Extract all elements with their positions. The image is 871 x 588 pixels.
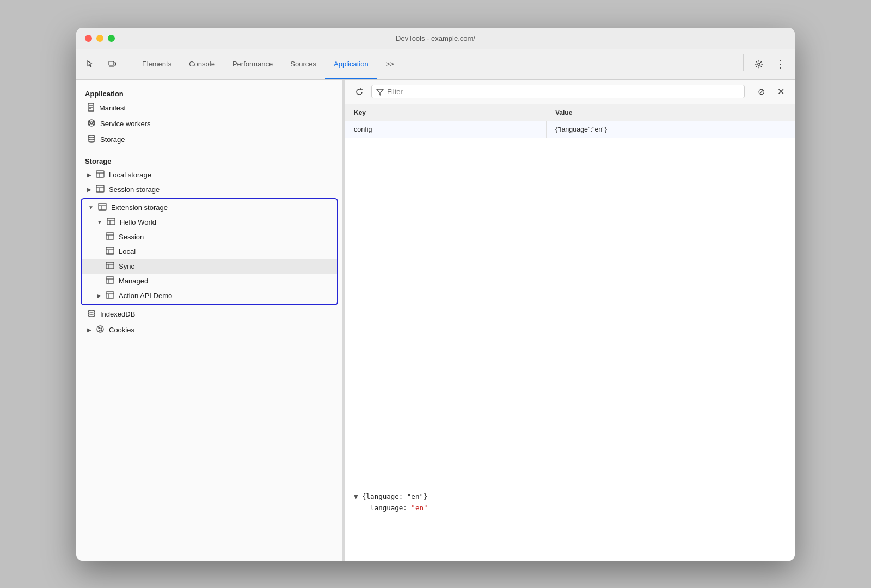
sidebar-item-sync[interactable]: Sync (82, 259, 337, 274)
cookies-icon (96, 325, 105, 335)
sidebar-item-managed[interactable]: Managed (82, 274, 337, 288)
tab-console[interactable]: Console (180, 49, 224, 79)
svg-rect-29 (106, 233, 114, 239)
devtools-window: DevTools - example.com/ Elements Consol (76, 28, 795, 561)
sidebar-item-session[interactable]: Session (82, 230, 337, 244)
sidebar-item-indexeddb[interactable]: IndexedDB (76, 306, 342, 322)
titlebar: DevTools - example.com/ (76, 28, 795, 49)
managed-icon (106, 276, 114, 286)
sidebar-item-session-label: Session (119, 233, 144, 241)
sidebar-item-sync-label: Sync (119, 262, 134, 270)
bottom-line-2: language: "en" (354, 502, 786, 513)
close-filter-button[interactable]: ✕ (773, 84, 788, 100)
sidebar-item-manifest-label: Manifest (99, 104, 126, 112)
cookies-arrow: ▶ (87, 327, 91, 333)
sidebar-item-service-workers[interactable]: Service workers (76, 116, 342, 132)
session-storage-icon (96, 185, 105, 194)
filter-icon (376, 88, 384, 96)
sidebar-item-action-api-demo[interactable]: ▶ Action API Demo (82, 288, 337, 303)
local-storage-arrow: ▶ (87, 172, 91, 178)
svg-point-9 (90, 122, 93, 124)
sidebar-section-storage: Storage (76, 154, 342, 168)
maximize-button[interactable] (108, 35, 115, 42)
svg-point-16 (88, 135, 95, 138)
menu-button[interactable]: ⋮ (771, 54, 790, 74)
svg-point-47 (101, 328, 102, 329)
settings-button[interactable] (749, 54, 769, 74)
sidebar-item-cookies[interactable]: ▶ Cookies (76, 322, 342, 338)
local-icon (106, 247, 114, 256)
hello-world-arrow: ▼ (97, 219, 102, 225)
sidebar-item-ls-label: Local storage (109, 171, 151, 179)
svg-rect-41 (106, 292, 114, 298)
table-header: Key Value (345, 104, 795, 121)
json-lang-value: "en" (411, 504, 427, 512)
ext-storage-arrow: ▼ (88, 205, 94, 211)
tab-performance[interactable]: Performance (224, 49, 281, 79)
service-workers-icon (87, 119, 96, 129)
json-lang-key: language: (354, 504, 411, 512)
svg-rect-26 (107, 218, 115, 225)
tab-more[interactable]: >> (377, 49, 403, 79)
ext-storage-icon (98, 203, 107, 212)
col-header-value: Value (547, 108, 795, 117)
extension-storage-group: ▼ Extension storage ▼ (81, 198, 338, 305)
table-row[interactable]: config {"language":"en"} (345, 121, 795, 138)
clear-filter-button[interactable]: ⊘ (753, 84, 769, 100)
sidebar-item-managed-label: Managed (119, 277, 148, 285)
sidebar-item-session-storage[interactable]: ▶ Session storage (76, 182, 342, 197)
sidebar-item-hw-label: Hello World (120, 218, 156, 226)
filter-input-wrap (371, 85, 745, 98)
toolbar-icons (81, 54, 122, 74)
toolbar-sep-right (743, 54, 744, 71)
tab-sources[interactable]: Sources (281, 49, 325, 79)
toolbar-right: ⋮ (740, 54, 790, 74)
tab-application[interactable]: Application (325, 49, 377, 79)
main-panel: ⊘ ✕ Key Value config {"language":"en"} (345, 80, 795, 561)
toolbar-separator (130, 56, 130, 72)
sidebar-section-app: Application (76, 86, 342, 100)
action-api-icon (106, 291, 114, 300)
storage-app-icon (87, 134, 96, 145)
device-icon[interactable] (102, 54, 122, 74)
refresh-button[interactable] (352, 84, 367, 100)
cursor-svg (86, 60, 95, 69)
hello-world-icon (107, 218, 115, 227)
json-root-key: {language: "en"} (362, 492, 427, 500)
sidebar-item-ss-label: Session storage (109, 185, 160, 194)
inspect-icon[interactable] (81, 54, 100, 74)
sidebar-item-storage-app[interactable]: Storage (76, 132, 342, 147)
sidebar-item-storage-label: Storage (100, 135, 125, 144)
table-body: config {"language":"en"} (345, 121, 795, 485)
sync-icon (106, 262, 114, 271)
sidebar: Application Manifest (76, 80, 343, 561)
sidebar-item-extstorage-label: Extension storage (111, 203, 168, 212)
col-header-key: Key (345, 108, 547, 117)
sidebar-item-extension-storage[interactable]: ▼ Extension storage (82, 200, 337, 215)
svg-rect-17 (96, 171, 104, 177)
svg-point-44 (88, 310, 95, 312)
svg-marker-50 (377, 89, 383, 95)
sidebar-item-local-storage[interactable]: ▶ Local storage (76, 168, 342, 182)
sidebar-item-local-label: Local (119, 247, 136, 256)
window-title: DevTools - example.com/ (396, 34, 475, 42)
minimize-button[interactable] (96, 35, 103, 42)
svg-point-48 (99, 330, 100, 331)
sidebar-item-local[interactable]: Local (82, 244, 337, 259)
sidebar-item-aad-label: Action API Demo (119, 292, 172, 300)
table-cell-value: {"language":"en"} (547, 121, 795, 138)
svg-rect-0 (109, 61, 114, 65)
close-button[interactable] (85, 35, 92, 42)
sidebar-item-hello-world[interactable]: ▼ Hello World (82, 215, 337, 230)
svg-point-46 (99, 327, 100, 329)
sidebar-item-sw-label: Service workers (100, 120, 150, 128)
local-storage-icon (96, 170, 105, 180)
manifest-icon (87, 103, 95, 113)
tab-elements[interactable]: Elements (133, 49, 180, 79)
sidebar-item-manifest[interactable]: Manifest (76, 100, 342, 116)
svg-rect-35 (106, 262, 114, 269)
gear-icon (755, 60, 763, 69)
content-area: Application Manifest (76, 80, 795, 561)
json-expand-arrow[interactable]: ▼ (354, 492, 358, 500)
filter-input[interactable] (387, 88, 740, 96)
